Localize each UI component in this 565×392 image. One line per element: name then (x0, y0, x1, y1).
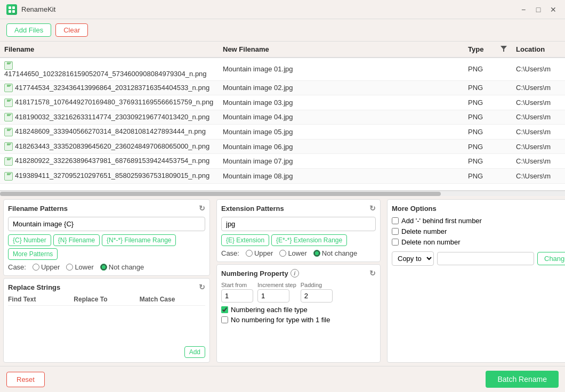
add-files-button[interactable]: Add Files (6, 23, 51, 37)
replace-strings-refresh[interactable]: ↻ (199, 283, 205, 291)
pattern-btn-more[interactable]: More Patterns (8, 248, 58, 260)
change-button[interactable]: Change (537, 252, 565, 265)
panels-container: Filename Patterns ↻ {C} Number {N} Filen… (0, 196, 565, 366)
start-from-field: Start from (221, 282, 253, 303)
replace-add-button[interactable]: Add (184, 346, 205, 358)
titlebar: RenameKit − □ ✕ (0, 0, 565, 19)
cell-type: PNG (464, 125, 496, 140)
ext-case-lower[interactable]: Lower (279, 249, 306, 257)
table-header-row: Filename New Filename Type Location (0, 42, 565, 58)
more-options-checks: Add '-' behind first number Delete numbe… (392, 217, 565, 246)
toolbar: Add Files Clear (0, 19, 565, 42)
cell-location: C:\Users\m (512, 125, 565, 140)
cell-filter (496, 58, 512, 80)
filename-case-row: Case: Upper Lower Not change (8, 263, 205, 271)
copy-row: Copy to Change (392, 251, 565, 266)
numbering-check1[interactable]: Numbering each file type (221, 306, 376, 314)
numbering-check2[interactable]: No numbering for type with 1 file (221, 316, 376, 324)
more-check1[interactable]: Add '-' behind first number (392, 217, 565, 225)
increment-input[interactable] (257, 289, 289, 303)
extension-patterns-refresh[interactable]: ↻ (369, 204, 376, 213)
cell-filename: 418280922_332263896437981_68768915394244… (0, 154, 219, 169)
cell-location: C:\Users\m (512, 58, 565, 80)
col-filter[interactable] (496, 42, 512, 58)
table-row[interactable]: 418171578_1076449270169480_3769311695566… (0, 95, 565, 110)
numbering-title: Numbering Property i ↻ (221, 269, 376, 277)
file-icon (4, 99, 13, 107)
cell-type: PNG (464, 80, 496, 95)
copy-to-select[interactable]: Copy to (392, 251, 434, 266)
filename-pattern-buttons: {C} Number {N} Filename {N*-*} Filename … (8, 234, 205, 260)
svg-rect-3 (12, 10, 15, 13)
numbering-fields-row: Start from Increment step Padding (221, 282, 376, 303)
more-options-panel: More Options ↻ Add '-' behind first numb… (387, 199, 565, 363)
extension-pattern-buttons: {E} Extension {E*-*} Extension Range (221, 234, 376, 246)
start-from-input[interactable] (221, 289, 253, 303)
file-icon (4, 61, 13, 70)
filename-case-upper[interactable]: Upper (33, 263, 60, 271)
ext-case-upper[interactable]: Upper (246, 249, 273, 257)
clear-button[interactable]: Clear (55, 23, 88, 37)
svg-rect-2 (9, 10, 11, 13)
cell-type: PNG (464, 154, 496, 169)
filename-case-lower[interactable]: Lower (66, 263, 93, 271)
batch-rename-button[interactable]: Batch Rename (486, 371, 559, 388)
filename-patterns-refresh[interactable]: ↻ (199, 204, 205, 213)
table-row[interactable]: 418263443_333520839645620_23602484970680… (0, 139, 565, 154)
file-icon (4, 157, 13, 166)
cell-type: PNG (464, 139, 496, 154)
cell-new-filename: Mountain image 03.jpg (219, 95, 464, 110)
filename-pattern-input[interactable] (8, 217, 205, 231)
numbering-checks: Numbering each file type No numbering fo… (221, 306, 376, 324)
minimize-button[interactable]: − (518, 4, 529, 15)
cell-filter (496, 139, 512, 154)
table-row[interactable]: 417144650_10232816159052074_573460090808… (0, 58, 565, 80)
horizontal-scrollbar[interactable] (0, 191, 565, 196)
scrollbar-thumb (0, 192, 441, 196)
ext-btn-e[interactable]: {E} Extension (221, 234, 269, 246)
ext-btn-range[interactable]: {E*-*} Extension Range (271, 234, 347, 246)
cell-location: C:\Users\m (512, 168, 565, 183)
file-table-container: Filename New Filename Type Location 4171… (0, 42, 565, 191)
cell-location: C:\Users\m (512, 139, 565, 154)
reset-button[interactable]: Reset (6, 372, 45, 387)
filename-patterns-title: Filename Patterns ↻ (8, 204, 205, 213)
pattern-btn-n-range[interactable]: {N*-*} Filename Range (102, 234, 176, 246)
maximize-button[interactable]: □ (533, 4, 544, 15)
table-row[interactable]: 418248609_333940566270314_84208108142789… (0, 125, 565, 140)
app-icon (6, 4, 17, 15)
numbering-refresh[interactable]: ↻ (369, 269, 376, 277)
replace-strings-title: Replace Strings ↻ (8, 283, 205, 291)
increment-field: Increment step (257, 282, 296, 303)
table-row[interactable]: 417744534_323436413996864_20312837163544… (0, 80, 565, 95)
extension-patterns-title: Extension Patterns ↻ (221, 204, 376, 213)
extension-pattern-input[interactable] (221, 217, 376, 231)
ext-case-notchange[interactable]: Not change (313, 249, 358, 257)
col-new-filename: New Filename (219, 42, 464, 58)
padding-input[interactable] (301, 289, 333, 303)
cell-location: C:\Users\m (512, 110, 565, 125)
table-row[interactable]: 418280922_332263896437981_68768915394244… (0, 154, 565, 169)
cell-location: C:\Users\m (512, 95, 565, 110)
extension-case-label: Case: (221, 249, 239, 257)
table-row[interactable]: 418190032_332162633114774_23030921967740… (0, 110, 565, 125)
table-row[interactable]: 419389411_327095210297651_85802593675318… (0, 168, 565, 183)
pattern-btn-n-filename[interactable]: {N} Filename (53, 234, 100, 246)
cell-filter (496, 125, 512, 140)
window-controls: − □ ✕ (518, 4, 559, 15)
filename-case-notchange[interactable]: Not change (100, 263, 144, 271)
cell-filename: 417744534_323436413996864_20312837163544… (0, 80, 219, 95)
copy-to-input[interactable] (437, 252, 534, 265)
more-check3[interactable]: Delete non number (392, 238, 565, 246)
numbering-panel: Numbering Property i ↻ Start from Increm… (216, 264, 381, 363)
filename-patterns-panel: Filename Patterns ↻ {C} Number {N} Filen… (3, 199, 210, 276)
svg-rect-1 (12, 6, 15, 9)
cell-new-filename: Mountain image 05.jpg (219, 125, 464, 140)
start-from-label: Start from (221, 282, 253, 288)
close-button[interactable]: ✕ (548, 4, 559, 15)
app-title: RenameKit (21, 5, 518, 13)
pattern-btn-c-number[interactable]: {C} Number (8, 234, 51, 246)
cell-filename: 418171578_1076449270169480_3769311695566… (0, 95, 219, 110)
col-filename: Filename (0, 42, 219, 58)
more-check2[interactable]: Delete number (392, 227, 565, 235)
